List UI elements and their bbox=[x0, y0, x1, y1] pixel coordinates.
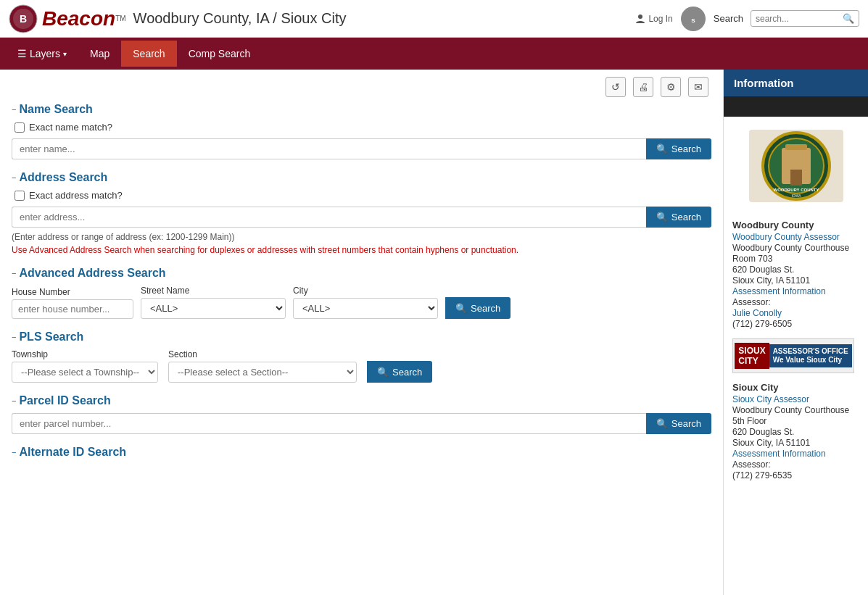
header: B Beacon TM Woodbury County, IA / Sioux … bbox=[0, 0, 868, 38]
sioux-city-logo-image: SIOUX CITY ASSESSOR'S OFFICEWe Value Sio… bbox=[732, 338, 854, 373]
name-search-button[interactable]: 🔍 Search bbox=[646, 138, 711, 159]
pls-search-header: − PLS Search bbox=[12, 330, 711, 344]
svg-rect-11 bbox=[790, 170, 802, 186]
name-search-input[interactable] bbox=[12, 138, 646, 159]
woodbury-city-state: Sioux City, IA 51101 bbox=[732, 275, 859, 286]
house-number-input[interactable] bbox=[12, 299, 133, 319]
header-search-box: 🔍 bbox=[751, 10, 859, 27]
parcel-search-button[interactable]: 🔍 Search bbox=[646, 413, 711, 434]
svg-rect-10 bbox=[785, 144, 807, 150]
svg-text:WOODBURY COUNTY: WOODBURY COUNTY bbox=[773, 188, 819, 192]
pls-search-toggle[interactable]: − bbox=[12, 333, 16, 341]
name-exact-match-row: Exact name match? bbox=[15, 122, 711, 133]
name-search-section: − Name Search Exact name match? 🔍 Search bbox=[12, 103, 711, 159]
layers-chevron-icon: ▾ bbox=[63, 50, 67, 58]
settings-icon: ⚙ bbox=[666, 81, 676, 93]
address-search-input[interactable] bbox=[12, 207, 646, 228]
advanced-address-search-toggle[interactable]: − bbox=[12, 269, 16, 278]
woodbury-courthouse: Woodbury County Courthouse bbox=[732, 243, 859, 253]
address-hint-text: (Enter address or range of address (ex: … bbox=[12, 232, 711, 242]
print-button[interactable]: 🖨 bbox=[633, 77, 653, 97]
township-label: Township bbox=[12, 349, 158, 359]
name-search-title: Name Search bbox=[19, 103, 92, 116]
email-button[interactable]: ✉ bbox=[688, 77, 708, 97]
woodbury-assessor-name-link[interactable]: Julie Conolly bbox=[732, 308, 859, 318]
alternate-search-toggle[interactable]: − bbox=[12, 448, 16, 457]
house-number-label: House Number bbox=[12, 287, 133, 297]
svg-text:B: B bbox=[20, 13, 27, 25]
refresh-button[interactable]: ↺ bbox=[605, 77, 626, 97]
address-search-button[interactable]: 🔍 Search bbox=[646, 207, 711, 228]
woodbury-county-name: Woodbury County bbox=[732, 220, 859, 230]
alternate-search-section: − Alternate ID Search bbox=[12, 446, 711, 459]
address-warning-text: Use Advanced Address Search when searchi… bbox=[12, 245, 711, 255]
person-icon bbox=[635, 14, 645, 24]
header-search-input[interactable] bbox=[756, 14, 843, 24]
schneider-logo: S bbox=[680, 6, 706, 32]
address-search-section: − Address Search Exact address match? 🔍 … bbox=[12, 171, 711, 255]
parcel-search-header: − Parcel ID Search bbox=[12, 394, 711, 407]
header-search-label: Search bbox=[714, 13, 743, 24]
advanced-search-grid: House Number Street Name <ALL> City <ALL… bbox=[12, 286, 711, 319]
county-seal-image: WOODBURY COUNTY IOWA bbox=[745, 126, 847, 206]
nav-layers[interactable]: ☰ Layers ▾ bbox=[6, 41, 78, 67]
layers-icon: ☰ bbox=[17, 48, 27, 59]
address-exact-match-checkbox[interactable] bbox=[15, 191, 25, 201]
county-title: Woodbury County, IA / Sioux City bbox=[133, 10, 347, 27]
woodbury-assessment-link[interactable]: Assessment Information bbox=[732, 286, 859, 296]
alternate-search-header: − Alternate ID Search bbox=[12, 446, 711, 459]
header-search-icon[interactable]: 🔍 bbox=[843, 13, 854, 24]
section-select[interactable]: --Please select a Section-- bbox=[168, 362, 357, 383]
refresh-icon: ↺ bbox=[611, 81, 620, 93]
logo-area: B Beacon TM Woodbury County, IA / Sioux … bbox=[9, 4, 635, 33]
print-icon: 🖨 bbox=[638, 81, 648, 93]
street-name-group: Street Name <ALL> bbox=[141, 286, 286, 319]
sioux-city-assessor-label: Assessor: bbox=[732, 459, 859, 470]
sioux-city-state: Sioux City, IA 51101 bbox=[732, 438, 859, 448]
woodbury-address: 620 Douglas St. bbox=[732, 265, 859, 275]
toolbar-icons: ↺ 🖨 ⚙ ✉ bbox=[12, 77, 711, 97]
advanced-search-button[interactable]: 🔍 Search bbox=[445, 297, 511, 319]
woodbury-assessor-label: Assessor: bbox=[732, 297, 859, 307]
alternate-search-title: Alternate ID Search bbox=[19, 446, 126, 459]
name-exact-match-checkbox[interactable] bbox=[15, 122, 25, 133]
beacon-logo-icon: B bbox=[9, 4, 38, 33]
township-select[interactable]: --Please select a Township-- bbox=[12, 362, 158, 383]
parcel-search-magnifier-icon: 🔍 bbox=[656, 418, 668, 429]
sioux-city-name: Sioux City bbox=[732, 382, 859, 393]
sioux-city-assessment-link[interactable]: Assessment Information bbox=[732, 449, 859, 459]
nav-comp-search[interactable]: Comp Search bbox=[177, 41, 263, 67]
sidebar-dark-bar bbox=[724, 96, 868, 117]
address-search-toggle[interactable]: − bbox=[12, 173, 16, 182]
city-select[interactable]: <ALL> bbox=[293, 298, 438, 319]
section-group: Section --Please select a Section-- bbox=[168, 349, 357, 383]
street-name-select[interactable]: <ALL> bbox=[141, 298, 286, 319]
sioux-city-assessor-link[interactable]: Sioux City Assessor bbox=[732, 394, 859, 404]
city-label: City bbox=[293, 286, 438, 296]
nav-map[interactable]: Map bbox=[78, 41, 121, 67]
pls-search-button[interactable]: 🔍 Search bbox=[367, 361, 432, 383]
house-number-group: House Number bbox=[12, 287, 133, 319]
street-name-label: Street Name bbox=[141, 286, 286, 296]
address-search-magnifier-icon: 🔍 bbox=[656, 212, 668, 222]
name-exact-match-label: Exact name match? bbox=[29, 122, 112, 133]
woodbury-phone: (712) 279-6505 bbox=[732, 319, 859, 329]
pls-search-magnifier-icon: 🔍 bbox=[377, 367, 389, 378]
nav-search[interactable]: Search bbox=[121, 41, 176, 67]
parcel-search-input[interactable] bbox=[12, 413, 646, 434]
app-name: Beacon bbox=[42, 7, 115, 30]
woodbury-assessor-link[interactable]: Woodbury County Assessor bbox=[732, 232, 859, 242]
sioux-city-floor: 5th Floor bbox=[732, 416, 859, 426]
name-search-row: 🔍 Search bbox=[12, 138, 711, 159]
advanced-address-search-header: − Advanced Address Search bbox=[12, 267, 711, 280]
address-exact-match-row: Exact address match? bbox=[15, 190, 711, 201]
parcel-search-toggle[interactable]: − bbox=[12, 396, 16, 405]
woodbury-county-info: Woodbury County Woodbury County Assessor… bbox=[724, 215, 868, 334]
sioux-city-courthouse: Woodbury County Courthouse bbox=[732, 405, 859, 415]
advanced-address-search-title: Advanced Address Search bbox=[19, 267, 165, 280]
address-search-row: 🔍 Search bbox=[12, 207, 711, 228]
settings-button[interactable]: ⚙ bbox=[661, 77, 681, 97]
login-button[interactable]: Log In bbox=[635, 14, 672, 24]
advanced-search-magnifier-icon: 🔍 bbox=[455, 303, 467, 314]
name-search-toggle[interactable]: − bbox=[12, 105, 16, 114]
